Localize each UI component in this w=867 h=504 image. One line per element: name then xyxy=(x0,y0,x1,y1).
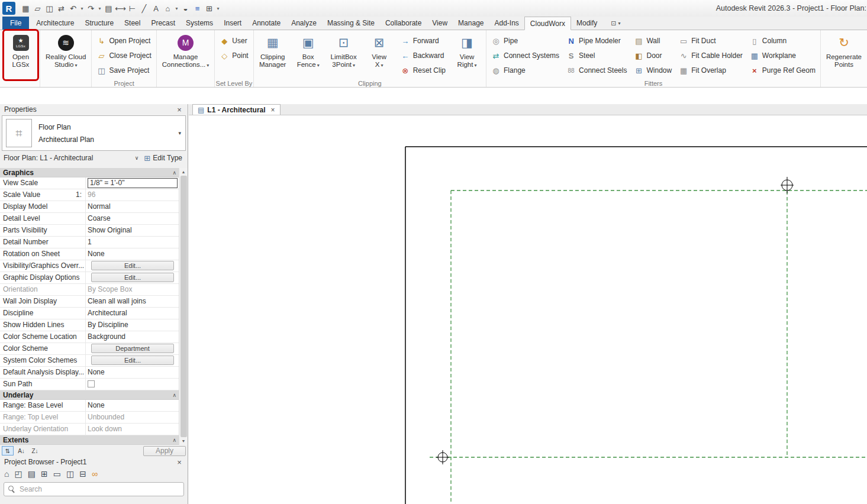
sun-path-checkbox[interactable] xyxy=(88,380,95,387)
property-value[interactable]: None xyxy=(86,400,179,411)
window-button[interactable]: ⊞Window xyxy=(632,64,673,77)
apply-button[interactable]: Apply xyxy=(143,446,186,456)
ribbon-tab-structure[interactable]: Structure xyxy=(79,17,119,30)
property-value[interactable]: Clean all wall joins xyxy=(86,296,179,307)
property-value[interactable]: Look down xyxy=(86,424,179,435)
sort-descending-icon[interactable]: Z↓ xyxy=(29,446,41,455)
property-value[interactable]: 96 xyxy=(86,189,179,201)
thin-lines-icon[interactable]: ≡ xyxy=(192,2,203,14)
undo-icon[interactable]: ↶ xyxy=(67,2,79,14)
collapse-icon[interactable]: ∧ xyxy=(172,170,176,176)
property-value[interactable]: Department xyxy=(86,343,179,354)
user-button[interactable]: ◆User xyxy=(218,34,250,47)
limitbox-3point-button[interactable]: ⊡LimitBox3Point▾ xyxy=(328,31,360,79)
regenerate-points-button[interactable]: ↻RegeneratePoints xyxy=(824,31,864,79)
pipe-modeler-button[interactable]: NPipe Modeler xyxy=(565,34,629,47)
scroll-up-icon[interactable]: ▲ xyxy=(182,170,186,174)
reference-point-top-marker[interactable] xyxy=(781,177,794,193)
purge-ref-geom-button[interactable]: ×Purge Ref Geom xyxy=(748,64,817,77)
section-icon[interactable]: ◒ xyxy=(180,2,191,14)
ribbon-tab-add-ins[interactable]: Add-Ins xyxy=(489,17,524,30)
ribbon-tab-analyze[interactable]: Analyze xyxy=(286,17,322,30)
graphic-display-options-button[interactable]: Edit... xyxy=(91,273,174,282)
section-header-underlay[interactable]: Underlay∧ xyxy=(0,390,179,400)
fit-duct-button[interactable]: ▭Fit Duct xyxy=(677,34,744,47)
reality-cloud-studio-button[interactable]: ≋Reality CloudStudio▾ xyxy=(43,31,88,79)
revit-logo[interactable]: R xyxy=(2,2,15,15)
project-browser-close-icon[interactable]: × xyxy=(175,458,183,467)
view-scale-input[interactable]: 1/8" = 1'-0" xyxy=(88,178,178,188)
property-value[interactable]: By Scope Box xyxy=(86,284,179,295)
property-value[interactable]: None xyxy=(86,367,179,378)
property-value[interactable]: Normal xyxy=(86,201,179,212)
link-icon[interactable]: ∞ xyxy=(92,469,98,479)
flange-button[interactable]: ◍Flange xyxy=(489,64,561,77)
property-value[interactable] xyxy=(86,379,179,390)
manage-connections-button[interactable]: MManageConnections...▾ xyxy=(160,31,212,79)
fit-cable-holder-button[interactable]: ∿Fit Cable Holder xyxy=(677,49,744,62)
ribbon-display-options[interactable]: ⊡ ▾ xyxy=(611,17,620,30)
workplane-button[interactable]: ▦Workplane xyxy=(748,49,817,62)
ribbon-tab-insert[interactable]: Insert xyxy=(218,17,247,30)
type-selector-caret-icon[interactable]: ▾ xyxy=(178,130,181,136)
save-project-button[interactable]: ◫Save Project xyxy=(95,64,153,77)
property-value[interactable]: By Discipline xyxy=(86,319,179,331)
properties-close-icon[interactable]: × xyxy=(175,105,183,114)
property-value[interactable]: Edit... xyxy=(86,260,179,272)
undo-caret-icon[interactable]: ▾ xyxy=(79,2,85,14)
scroll-down-icon[interactable]: ▼ xyxy=(182,439,186,443)
wall-button[interactable]: ▤Wall xyxy=(632,34,673,47)
aligned-dimension-icon[interactable]: ⊢ xyxy=(127,2,138,14)
ribbon-tab-manage[interactable]: Manage xyxy=(453,17,489,30)
save-icon[interactable]: ◫ xyxy=(44,2,55,14)
ribbon-tab-architecture[interactable]: Architecture xyxy=(31,17,79,30)
scope-box-reference-lines[interactable] xyxy=(430,190,867,504)
property-value[interactable]: Unbounded xyxy=(86,412,179,423)
pipe-button[interactable]: ◎Pipe xyxy=(489,34,561,47)
3d-view-caret-icon[interactable]: ▾ xyxy=(174,2,179,14)
qat-customize-caret-icon[interactable]: ▾ xyxy=(215,2,221,14)
property-value[interactable]: Edit... xyxy=(86,272,179,283)
crop-region-boundary[interactable] xyxy=(405,147,867,504)
ribbon-tab-view[interactable]: View xyxy=(427,17,453,30)
sort-ascending-icon[interactable]: A↓ xyxy=(15,446,27,455)
collapse-all-icon[interactable]: ⊟ xyxy=(79,469,86,479)
open-document-icon[interactable]: ▱ xyxy=(32,2,43,14)
property-value[interactable]: Background xyxy=(86,331,179,343)
view-tab-l1-architectural[interactable]: ▤ L1 - Architectural × xyxy=(192,104,281,115)
forward-button[interactable]: →Forward xyxy=(399,34,447,47)
backward-button[interactable]: ←Backward xyxy=(399,49,447,62)
ribbon-tab-systems[interactable]: Systems xyxy=(181,17,218,30)
color-scheme-button[interactable]: Department xyxy=(91,344,174,353)
ribbon-tab-annotate[interactable]: Annotate xyxy=(247,17,286,30)
reference-point-left-marker[interactable] xyxy=(436,450,449,464)
list-view-icon[interactable]: ▤ xyxy=(28,469,36,479)
type-selector[interactable]: ⌗ Floor Plan Architectural Plan ▾ xyxy=(2,115,186,151)
open-project-button[interactable]: ↳Open Project xyxy=(95,34,153,47)
text-note-icon[interactable]: A xyxy=(150,2,162,14)
ribbon-tab-modify[interactable]: Modify xyxy=(571,17,602,30)
connect-systems-button[interactable]: ⇄Connect Systems xyxy=(489,49,561,62)
view-right-button[interactable]: ◨ViewRight▾ xyxy=(451,31,483,79)
filter-caret-icon[interactable]: ∨ xyxy=(135,155,139,161)
sync-icon[interactable]: ⇄ xyxy=(56,2,67,14)
edit-type-button[interactable]: ⊞ Edit Type xyxy=(142,153,184,164)
property-value[interactable]: Coarse xyxy=(86,213,179,224)
measure-icon[interactable]: ⟷ xyxy=(115,2,126,14)
connect-steels-button[interactable]: 88Connect Steels xyxy=(565,64,629,77)
property-value[interactable]: 1 xyxy=(86,237,179,248)
ribbon-tab-massing-site[interactable]: Massing & Site xyxy=(322,17,380,30)
collapse-icon[interactable]: ∧ xyxy=(172,437,176,443)
print-icon[interactable]: ▤ xyxy=(103,2,114,14)
property-value[interactable]: Show Original xyxy=(86,225,179,236)
box-fence-button[interactable]: ▣BoxFence▾ xyxy=(292,31,324,79)
scrollbar-thumb[interactable] xyxy=(181,176,187,437)
door-button[interactable]: ◧Door xyxy=(632,49,673,62)
sheet-icon[interactable]: ▭ xyxy=(53,469,61,479)
default-3d-view-icon[interactable]: ⌂ xyxy=(162,2,173,14)
reset-clip-button[interactable]: ⊗Reset Clip xyxy=(399,64,447,77)
redo-icon[interactable]: ↷ xyxy=(85,2,96,14)
system-color-schemes-button[interactable]: Edit... xyxy=(91,356,174,365)
properties-scrollbar[interactable]: ▲ ▼ xyxy=(179,168,188,445)
ribbon-tab-collaborate[interactable]: Collaborate xyxy=(380,17,427,30)
